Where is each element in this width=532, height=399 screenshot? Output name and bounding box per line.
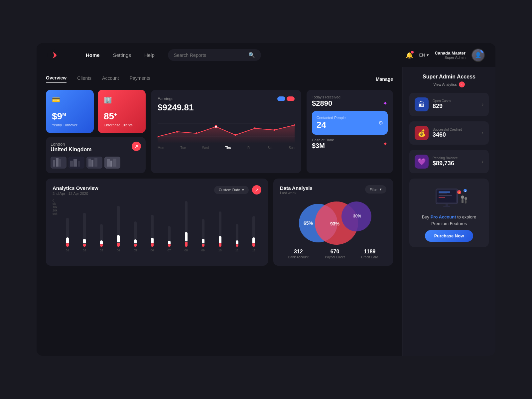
bar-dark [202, 219, 204, 239]
day-mon: Mon [158, 146, 164, 150]
location-image-1 [51, 157, 66, 169]
day-wed: Wed [202, 146, 209, 150]
dashboard-content: Overview Clients Account Payments Manage… [37, 67, 402, 356]
svg-rect-15 [110, 161, 112, 167]
bar-white [219, 236, 221, 243]
svg-rect-3 [56, 158, 59, 167]
bar-label: 12 [252, 249, 255, 252]
manage-button[interactable]: Manage [376, 76, 393, 82]
yearly-turnover-card: 💳 $9M Yearly Turnover [46, 90, 94, 133]
data-analysis-card: Data Analysis Last week Filter ▾ [273, 179, 393, 266]
location-city: London [51, 142, 92, 147]
user-info: Canada Master Super Admin [435, 51, 466, 60]
location-image-4 [104, 157, 120, 169]
bar-dark [100, 224, 103, 240]
svg-point-25 [254, 127, 256, 129]
chart-toggle[interactable] [277, 96, 295, 101]
main-area: Overview Clients Account Payments Manage… [37, 67, 495, 356]
day-tue: Tue [180, 146, 186, 150]
tab-account[interactable]: Account [102, 75, 119, 83]
tab-clients[interactable]: Clients [77, 75, 91, 83]
bar-red [185, 242, 188, 247]
settings-icon[interactable]: ⚙ [378, 120, 383, 126]
location-arrow-icon[interactable]: ↗ [132, 142, 141, 151]
user-name: Canada Master [435, 51, 466, 56]
bar-dark [117, 206, 120, 235]
received-label: Today's Received [312, 95, 388, 99]
credit-card-label: Credit Card [361, 255, 378, 259]
bar-red [83, 244, 86, 247]
filter-button[interactable]: Filter ▾ [365, 185, 386, 194]
svg-text:65%: 65% [304, 220, 313, 226]
balance-icon: 💜 [415, 155, 429, 169]
avatar[interactable]: 👤 ✓ [471, 49, 485, 62]
bar-white [83, 239, 86, 243]
nav-settings[interactable]: Settings [113, 52, 131, 58]
bar-white [66, 237, 69, 243]
cash-label: Cash at Bank [312, 138, 334, 142]
yearly-label: Yearly Turnover [52, 123, 88, 127]
bar-outer [77, 200, 92, 247]
nav-help[interactable]: Help [144, 52, 155, 58]
nav-right: 🔔 EN ▾ Canada Master Super Admin 👤 ✓ [406, 49, 485, 62]
contacted-value: 24 [317, 120, 345, 130]
tabs-row: Overview Clients Account Payments Manage [46, 75, 393, 83]
search-bar[interactable]: 🔍 [168, 49, 261, 61]
successful-credited-card[interactable]: 💰 Successful Credited 3460 › [409, 121, 489, 145]
data-stats: 312 Bank Account 670 Paypal Direct 1189 … [280, 249, 386, 259]
search-icon: 🔍 [248, 52, 255, 58]
pending-balance-card[interactable]: 💜 Pending Balance $89,736 › [409, 150, 489, 173]
bank-icon: 🏛 [415, 97, 429, 111]
bar-red [134, 244, 137, 247]
chart-days: Mon Tue Wed Thu Fri Sat Sun [158, 146, 295, 150]
bar-outer [60, 200, 75, 247]
top-navigation: Home Settings Help 🔍 🔔 EN ▾ Canada Maste… [37, 43, 495, 67]
svg-rect-2 [53, 160, 55, 167]
svg-point-26 [274, 129, 275, 131]
bar-label: 10 [218, 249, 222, 252]
paypal-stat: 670 Paypal Direct [325, 249, 344, 259]
view-analytics-button[interactable]: View Analytics × [433, 81, 465, 87]
bar-label: 02 [83, 249, 86, 252]
bar-dark [168, 226, 171, 241]
svg-rect-8 [78, 161, 80, 167]
bar-label: 04 [117, 249, 120, 252]
custom-date-button[interactable]: Custom Date ▾ [214, 186, 249, 194]
tab-payments[interactable]: Payments [130, 75, 150, 83]
notifications-bell[interactable]: 🔔 [406, 52, 413, 59]
bar-outer [196, 200, 210, 247]
earnings-label: Earnings [158, 96, 173, 101]
open-cases-card[interactable]: 🏛 Open Cases 829 › [409, 93, 489, 116]
cash-add-icon[interactable]: ✦ [383, 140, 388, 148]
bar-group: 09 [196, 200, 210, 252]
y-axis: 50k 20k 10k 5k 0 [53, 199, 58, 222]
bar-dark [252, 216, 255, 237]
bar-red [219, 243, 221, 247]
toggle-on[interactable] [277, 96, 285, 101]
nav-home[interactable]: Home [86, 52, 100, 58]
svg-rect-16 [113, 159, 116, 167]
svg-point-23 [215, 125, 217, 128]
y-label-50k: 50k [53, 212, 58, 215]
y-label-10k: 10k [53, 205, 58, 209]
chevron-down-icon: ▾ [380, 187, 382, 192]
purchase-now-button[interactable]: Purchase Now [425, 230, 473, 242]
toggle-off[interactable] [287, 96, 295, 101]
bar-label: 08 [185, 249, 188, 252]
svg-point-21 [176, 131, 178, 133]
chevron-down-icon: ▾ [427, 53, 429, 58]
super-admin-header: Super Admin Access View Analytics × [409, 74, 489, 87]
svg-rect-38 [439, 195, 452, 196]
bar-dark [83, 213, 86, 239]
tab-overview[interactable]: Overview [46, 75, 66, 83]
bar-red [151, 243, 154, 247]
app-logo[interactable] [47, 49, 59, 61]
contacted-label: Contacted People [317, 116, 345, 120]
language-selector[interactable]: EN ▾ [419, 53, 429, 58]
chevron-right-icon: › [482, 101, 483, 107]
credited-value: 3460 [433, 131, 478, 138]
search-input[interactable] [174, 53, 245, 58]
contacted-card: Contacted People 24 ⚙ [312, 111, 388, 135]
analytics-expand-icon[interactable]: ↗ [252, 185, 261, 195]
svg-rect-43 [462, 199, 464, 203]
